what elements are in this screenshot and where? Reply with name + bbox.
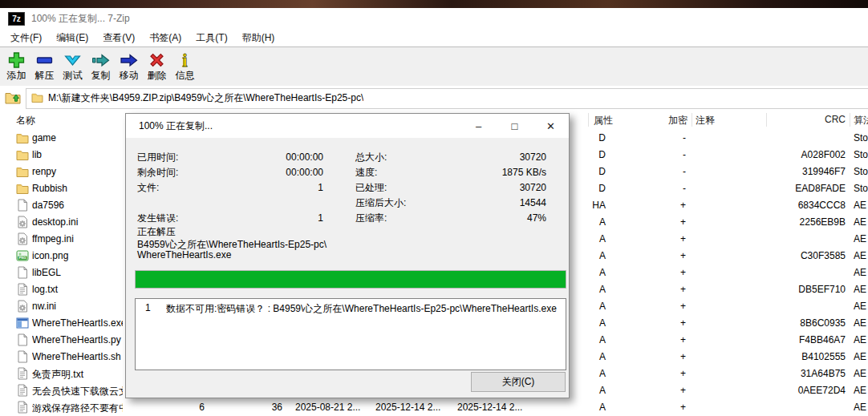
file-name: nw.ini: [32, 301, 123, 312]
toolbar-copy-button[interactable]: 复制: [87, 50, 115, 81]
close-button[interactable]: 关闭(C): [471, 372, 566, 392]
stat-value: 14544: [447, 196, 546, 209]
toolbar-test-button[interactable]: 测试: [59, 50, 87, 81]
column-separator[interactable]: [692, 113, 692, 127]
error-list[interactable]: 1 数据不可用:密码错误？ : B4959\心之所在\WhereTheHeart…: [135, 298, 566, 370]
toolbar-delete-button[interactable]: 删除: [143, 50, 171, 81]
file-enc: +: [642, 200, 686, 211]
file-name: 游戏保存路径不要有中...: [32, 402, 123, 415]
dialog-title-bar: 100% 正在复制... –□✕: [126, 114, 569, 138]
stat-value: 00:00:00: [227, 151, 323, 164]
column-separator[interactable]: [766, 113, 767, 127]
delete-icon: [147, 50, 168, 70]
error-row[interactable]: 1 数据不可用:密码错误？ : B4959\心之所在\WhereTheHeart…: [136, 302, 566, 316]
file-enc: +: [642, 351, 686, 362]
txt-file-icon: [16, 401, 29, 414]
stat-value: 30720: [447, 181, 546, 194]
toolbar-move-button[interactable]: 移动: [115, 50, 143, 81]
extract-icon: [34, 50, 55, 70]
file-enc: -: [642, 166, 686, 177]
file-method: AE: [854, 250, 868, 261]
file-created: 2025-12-14 2...: [375, 402, 452, 413]
file-size: 6: [148, 402, 205, 413]
file-attr: A: [578, 334, 606, 345]
dialog-close-button[interactable]: ✕: [533, 114, 569, 138]
file-file-icon: [16, 333, 29, 346]
file-attr: A: [578, 301, 606, 312]
dialog-minimize-button[interactable]: –: [460, 114, 497, 138]
file-method: AE: [854, 402, 868, 413]
file-enc: +: [642, 317, 686, 329]
column-separator[interactable]: [850, 113, 850, 127]
file-enc: +: [642, 334, 686, 345]
stats-gap: [323, 181, 355, 194]
file-name: da7596: [32, 200, 123, 211]
folder-file-icon: [16, 165, 29, 178]
file-enc: -: [642, 132, 686, 143]
menu-item[interactable]: 编辑(E): [49, 29, 95, 47]
file-crc: B4102555: [770, 351, 846, 362]
file-attr: D: [578, 183, 606, 194]
toolbar-button-label: 信息: [176, 70, 195, 81]
column-header-crc[interactable]: CRC: [786, 114, 846, 125]
column-header-encrypted[interactable]: 加密: [642, 114, 688, 127]
folder-icon: [31, 92, 43, 105]
background-app-strip: [0, 0, 868, 8]
dialog-stats: 已用时间:00:00:00总大小:30720剩余时间:00:00:00速度:18…: [137, 151, 546, 224]
stat-label: 速度:: [355, 166, 447, 179]
file-row[interactable]: 游戏保存路径不要有中...6362025-08-21 2...2025-12-1…: [0, 399, 868, 416]
move-icon: [119, 50, 140, 70]
file-attr: A: [578, 402, 606, 413]
stat-label: 已处理:: [355, 181, 447, 194]
file-attr: D: [578, 132, 606, 143]
txt-file-icon: [16, 283, 29, 296]
column-separator[interactable]: [588, 113, 589, 127]
file-method: AE: [854, 385, 868, 396]
toolbar-info-button[interactable]: i信息: [171, 50, 199, 81]
file-enc: +: [642, 385, 686, 396]
file-enc: +: [642, 368, 686, 379]
file-enc: +: [642, 233, 686, 244]
up-one-level-button[interactable]: [0, 88, 26, 109]
file-accessed: 2025-12-14 2...: [457, 402, 534, 413]
file-method: Sto: [854, 183, 868, 194]
txt-file-icon: [16, 367, 29, 380]
file-attr: D: [578, 166, 606, 177]
file-method: AE: [854, 267, 868, 278]
address-input[interactable]: M:\新建文件夹\B4959.ZIP.zip\B4959\心之所在\WhereT…: [26, 88, 868, 109]
stat-value: 00:00:00: [227, 166, 323, 179]
menu-item[interactable]: 查看(V): [95, 29, 142, 47]
toolbar-button-label: 添加: [7, 70, 26, 81]
menu-item[interactable]: 工具(T): [189, 29, 234, 47]
file-name: renpy: [32, 166, 123, 177]
dialog-maximize-button[interactable]: □: [497, 114, 533, 138]
column-header-method[interactable]: 算法: [854, 114, 868, 127]
stat-value: 1: [227, 181, 323, 194]
file-crc: A028F002: [770, 149, 846, 160]
txt-file-icon: [16, 384, 29, 397]
menu-item[interactable]: 书签(A): [142, 29, 189, 47]
file-attr: A: [578, 216, 606, 228]
add-icon: [6, 50, 27, 70]
menu-item[interactable]: 帮助(H): [235, 29, 282, 47]
column-header-comment[interactable]: 注释: [696, 114, 715, 127]
file-method: Sto: [854, 132, 868, 143]
stat-label: 剩余时间:: [137, 166, 227, 179]
current-item-name: WhereTheHeartIs.exe: [137, 249, 231, 261]
file-attr: A: [578, 317, 606, 329]
file-method: AE: [854, 233, 868, 244]
title-bar: 7z 100% 正在复制... 7-Zip: [0, 8, 868, 29]
column-header-name[interactable]: 名称: [16, 114, 35, 127]
stats-gap: [323, 151, 355, 164]
column-header-attr[interactable]: 属性: [594, 114, 613, 127]
ini-file-icon: [16, 216, 29, 228]
toolbar-add-button[interactable]: 添加: [2, 50, 30, 81]
file-enc: -: [642, 183, 686, 194]
file-method: AE: [854, 200, 868, 211]
menu-item[interactable]: 文件(F): [3, 29, 49, 47]
exe-file-icon: [16, 317, 29, 329]
file-method: Sto: [854, 166, 868, 177]
toolbar-extract-button[interactable]: 解压: [30, 50, 59, 81]
7zip-window: 7z 100% 正在复制... 7-Zip 文件(F)编辑(E)查看(V)书签(…: [0, 0, 868, 416]
7zip-logo-icon: 7z: [8, 12, 25, 26]
